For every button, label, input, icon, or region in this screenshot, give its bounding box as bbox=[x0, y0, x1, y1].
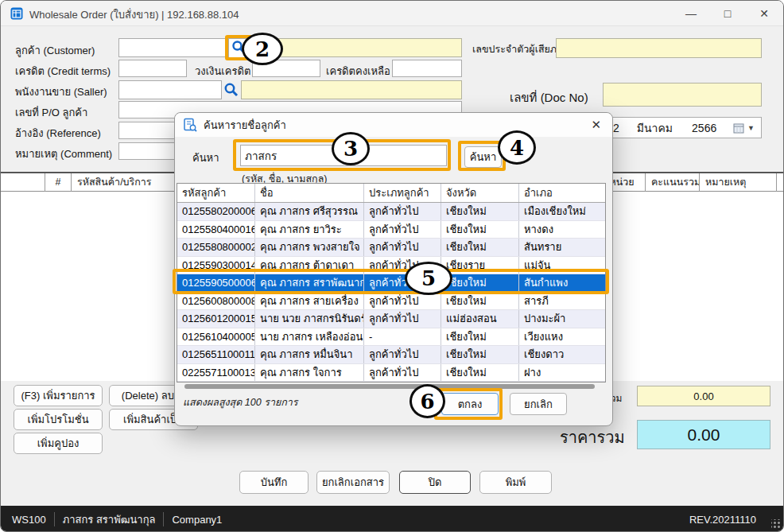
statusbar-user: ภาสกร สราพัฒนากุล bbox=[63, 511, 156, 528]
customer-cell: เชียงดาว bbox=[519, 346, 607, 363]
customer-cell: ฝาง bbox=[519, 364, 607, 382]
customer-row[interactable]: 01256012000159นาย นวย ภาสกรนิรันดร์ลูกค้… bbox=[177, 310, 605, 328]
customer-cell: เชียงใหม่ bbox=[441, 364, 519, 382]
customer-cell: 02255711000139 bbox=[177, 364, 255, 382]
grand-total-field: 0.00 bbox=[637, 420, 770, 449]
add-promotion-button[interactable]: เพิ่มโปรโมชั่น bbox=[14, 409, 103, 430]
statusbar-divider bbox=[163, 512, 164, 526]
credit-remaining-label: เครดิตคงเหลือ bbox=[326, 63, 390, 80]
customer-row[interactable]: 01255804000169คุณ ภาสกร ยาวิระลูกค้าทั่ว… bbox=[177, 221, 605, 239]
items-col-index: # bbox=[45, 173, 71, 192]
dialog-search-label: ค้นหา bbox=[192, 150, 219, 166]
save-button[interactable]: บันทึก bbox=[239, 471, 309, 494]
grand-total-label: ราคารวม bbox=[560, 425, 625, 450]
customer-cell: เวียงแหง bbox=[519, 328, 607, 346]
po-number-label: เลขที่ P/O ลูกค้า bbox=[15, 104, 87, 121]
customer-cell: 01256012000159 bbox=[177, 310, 255, 328]
customer-cell: ลูกค้าทั่วไป bbox=[364, 310, 441, 328]
customer-cell: เชียงใหม่ bbox=[441, 293, 519, 310]
customer-cell: 01256511000112 bbox=[177, 346, 255, 363]
customer-cell: คุณ ภาสกร ใจการ bbox=[255, 364, 364, 382]
dialog-column-header[interactable]: รหัสลูกค้า bbox=[177, 184, 255, 202]
customer-cell: คุณ ภาสกร หมื่นจินา bbox=[255, 346, 364, 363]
resize-grip-icon[interactable] bbox=[771, 519, 781, 529]
customer-cell: ลูกค้าทั่วไป bbox=[364, 364, 441, 382]
customer-cell: สารภี bbox=[519, 293, 607, 310]
credit-terms-input[interactable] bbox=[118, 60, 187, 77]
customer-cell: 01256104000057 bbox=[177, 328, 255, 346]
customer-cell: แม่ฮ่องสอน bbox=[441, 310, 519, 328]
customer-cell: นาย นวย ภาสกรนิรันดร์ bbox=[255, 310, 364, 328]
cancel-document-button[interactable]: ยกเลิกเอกสาร bbox=[316, 471, 390, 494]
search-document-icon bbox=[183, 118, 197, 132]
saller-name-field bbox=[241, 80, 462, 99]
step5-badge: 5 bbox=[405, 262, 452, 295]
dialog-close-icon[interactable]: ✕ bbox=[591, 118, 601, 132]
dialog-cancel-button[interactable]: ยกเลิก bbox=[510, 393, 567, 415]
credit-remaining-input[interactable] bbox=[392, 60, 462, 77]
saller-input[interactable] bbox=[118, 80, 222, 99]
customer-cell: เชียงใหม่ bbox=[441, 221, 519, 239]
window-title: Wholesale Order (ใบสั่งขาย) | 192.168.88… bbox=[29, 6, 239, 23]
customer-row[interactable]: 01255802000063คุณ ภาสกร ศรีสุวรรณลูกค้าท… bbox=[177, 203, 605, 221]
points-total-field: 0.00 bbox=[637, 386, 770, 406]
dialog-table-hscrollbar[interactable] bbox=[184, 384, 595, 389]
title-bar: Wholesale Order (ใบสั่งขาย) | 192.168.88… bbox=[1, 1, 783, 26]
dialog-column-header[interactable]: ชื่อ bbox=[255, 184, 364, 202]
app-icon bbox=[10, 7, 23, 20]
customer-cell: ลูกค้าทั่วไป bbox=[364, 203, 441, 220]
add-coupon-button[interactable]: เพิ่มคูปอง bbox=[14, 433, 103, 454]
dialog-column-header[interactable]: อำเภอ bbox=[519, 184, 607, 202]
wholesale-order-window: Wholesale Order (ใบสั่งขาย) | 192.168.88… bbox=[0, 0, 784, 532]
doc-no-label: เลขที่ (Doc No) bbox=[510, 88, 588, 107]
customer-cell: คุณ ภาสกร พวงสายใจ bbox=[255, 239, 364, 256]
credit-terms-label: เครดิต (Credit terms) bbox=[15, 63, 111, 80]
customer-cell: คุณ ภาสกร ยาวิระ bbox=[255, 221, 364, 239]
dialog-title: ค้นหารายชื่อลูกค้า bbox=[204, 117, 286, 134]
close-document-button[interactable]: ปิด bbox=[399, 471, 471, 494]
close-button[interactable]: ✕ bbox=[746, 1, 782, 25]
customer-cell: - bbox=[364, 328, 441, 346]
date-day[interactable]: 2 bbox=[613, 122, 619, 134]
customer-cell: เชียงใหม่ bbox=[441, 328, 519, 346]
customer-input[interactable] bbox=[118, 38, 226, 57]
comment-label: หมายเหตุ (Comment) bbox=[15, 146, 112, 162]
step2-badge: 2 bbox=[242, 33, 283, 65]
doc-no-field bbox=[603, 83, 762, 107]
items-col-product: รหัสสินค้า/บริการ bbox=[71, 173, 185, 192]
dialog-column-header[interactable]: ประเภทลูกค้า bbox=[364, 184, 441, 202]
customer-cell: คุณ ภาสกร ศรีสุวรรณ bbox=[255, 203, 364, 220]
dialog-table-header: รหัสลูกค้าชื่อประเภทลูกค้าจังหวัดอำเภอ bbox=[177, 184, 605, 203]
date-year[interactable]: 2566 bbox=[692, 122, 716, 134]
customer-row[interactable]: 01255808000029คุณ ภาสกร พวงสายใจลูกค้าทั… bbox=[177, 239, 605, 257]
tax-id-label: เลขประจำตัวผู้เสียภาษี bbox=[472, 41, 569, 57]
customer-cell: เชียงใหม่ bbox=[441, 203, 519, 220]
step4-badge: 4 bbox=[498, 130, 536, 165]
minimize-button[interactable]: — bbox=[673, 1, 709, 25]
items-col-spacer bbox=[776, 173, 784, 192]
tax-id-field bbox=[556, 38, 762, 58]
maximize-button[interactable]: □ bbox=[709, 1, 746, 25]
calendar-dropdown-icon[interactable]: ▼ bbox=[733, 122, 755, 134]
customer-row[interactable]: 02255711000139คุณ ภาสกร ใจการลูกค้าทั่วไ… bbox=[177, 364, 605, 382]
items-col-note: หมายเหตุ bbox=[699, 173, 776, 192]
customer-row[interactable]: 01256104000057นาย ภาสกร เหลืองอ่อน-เชียง… bbox=[177, 328, 605, 347]
customer-row[interactable]: 01256008000089คุณ ภาสกร สายเครื่องลูกค้า… bbox=[177, 293, 605, 311]
customer-cell: 01256008000089 bbox=[177, 293, 255, 310]
customer-cell: นาย ภาสกร เหลืองอ่อน bbox=[255, 328, 364, 346]
status-bar: WS100 ภาสกร สราพัฒนากุล Company1 REV.202… bbox=[1, 506, 784, 532]
customer-cell: 01255804000169 bbox=[177, 221, 255, 239]
statusbar-revision: REV.20211110 bbox=[689, 514, 756, 526]
saller-label: พนังงานขาย (Saller) bbox=[15, 83, 107, 100]
saller-search-icon[interactable] bbox=[223, 82, 239, 100]
customer-row[interactable]: 01256511000112คุณ ภาสกร หมื่นจินาลูกค้าท… bbox=[177, 346, 605, 364]
dialog-column-header[interactable]: จังหวัด bbox=[441, 184, 519, 202]
statusbar-divider bbox=[54, 512, 55, 526]
customer-cell: ปางมะผ้า bbox=[519, 310, 607, 328]
add-item-button[interactable]: (F3) เพิ่มรายการ bbox=[14, 385, 103, 406]
print-button[interactable]: พิมพ์ bbox=[479, 471, 552, 494]
doc-date-picker[interactable]: 2 มีนาคม 2566 ▼ bbox=[601, 117, 762, 138]
date-month[interactable]: มีนาคม bbox=[637, 119, 673, 137]
customer-cell: เชียงใหม่ bbox=[441, 346, 519, 363]
customer-label: ลูกค้า (Customer) bbox=[15, 42, 95, 59]
